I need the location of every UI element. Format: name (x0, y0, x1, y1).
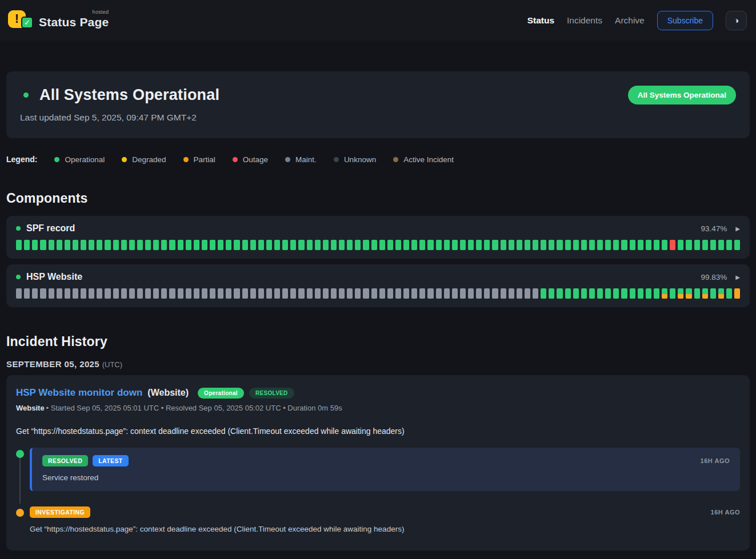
uptime-bar (218, 288, 223, 299)
uptime-bar (282, 240, 288, 250)
check-icon: ✓ (21, 17, 33, 29)
uptime-bar (452, 240, 458, 250)
uptime-bar (427, 288, 433, 299)
uptime-bar (573, 288, 579, 299)
legend-title: Legend: (6, 155, 37, 164)
component-status-dot (16, 275, 21, 279)
uptime-bar (444, 240, 450, 250)
uptime-bar (315, 240, 321, 250)
incident-update-latest: RESOLVED LATEST 16H AGO Service restored (16, 448, 740, 491)
uptime-bar (57, 240, 62, 250)
legend-label: Operational (65, 155, 105, 164)
uptime-bar (169, 288, 175, 299)
uptime-bar (646, 288, 651, 299)
uptime-bar (258, 240, 264, 250)
uptime-bar (49, 240, 54, 250)
uptime-bar (686, 288, 691, 299)
uptime-bars (16, 240, 740, 250)
uptime-bar (411, 288, 417, 299)
uptime-bar (339, 288, 345, 299)
uptime-bar (573, 240, 579, 250)
uptime-bar (565, 240, 571, 250)
uptime-bar (105, 288, 110, 299)
components-list: SPF record 93.47% ▶ HSP Website 99.83% ▶ (6, 216, 750, 307)
uptime-bar (726, 240, 732, 250)
uptime-bar (654, 288, 659, 299)
uptime-bar (178, 288, 183, 299)
update-text: Get “https://hostedstatus.page”: context… (30, 525, 740, 533)
nav-right: StatusIncidentsArchive Subscribe ◑ (527, 11, 747, 30)
uptime-bar (105, 240, 110, 250)
uptime-bar (597, 288, 603, 299)
uptime-bar (621, 288, 627, 299)
brand-text: hosted Status Page (39, 11, 109, 29)
uptime-bar (517, 240, 522, 250)
uptime-bar (331, 288, 337, 299)
subscribe-button[interactable]: Subscribe (657, 11, 713, 30)
incident-update: INVESTIGATING 16H AGO Get “https://hoste… (16, 506, 740, 533)
uptime-bar (605, 288, 611, 299)
overall-status-card: All Systems Operational All Systems Oper… (6, 71, 750, 138)
uptime-bar (202, 288, 207, 299)
uptime-bar (258, 288, 264, 299)
uptime-bar (226, 240, 231, 250)
legend-item: Outage (233, 155, 268, 164)
uptime-bar (581, 288, 587, 299)
uptime-bar (589, 240, 595, 250)
components-heading: Components (6, 191, 750, 206)
incident-date-suffix: (UTC) (102, 360, 122, 369)
uptime-bar (89, 240, 94, 250)
component-name: HSP Website (26, 272, 82, 282)
uptime-bar (129, 288, 135, 299)
uptime-bar (307, 240, 313, 250)
incident-affected-component: (Website) (147, 388, 189, 398)
uptime-bar (274, 288, 280, 299)
legend-status-dot (285, 157, 290, 162)
expand-chevron-icon[interactable]: ▶ (735, 274, 740, 280)
uptime-bar (427, 240, 433, 250)
uptime-bar (355, 288, 361, 299)
legend-label: Active Incident (403, 155, 454, 164)
uptime-bar (65, 240, 70, 250)
uptime-bar (460, 288, 466, 299)
latest-badge: LATEST (93, 455, 128, 466)
update-text: Service restored (42, 473, 730, 482)
uptime-bar (113, 288, 119, 299)
nav-link-status[interactable]: Status (527, 15, 554, 26)
uptime-bar (533, 240, 538, 250)
uptime-bar (331, 240, 337, 250)
uptime-bar (49, 288, 54, 299)
uptime-bar (734, 288, 740, 299)
legend-status-dot (233, 157, 238, 162)
uptime-bar (24, 288, 30, 299)
legend-status-dot (54, 157, 59, 162)
legend-item: Operational (54, 155, 105, 164)
uptime-bar (646, 240, 651, 250)
uptime-bar (484, 288, 490, 299)
uptime-bar (290, 240, 296, 250)
uptime-bar (565, 288, 571, 299)
uptime-bar (613, 288, 619, 299)
incident-title-link[interactable]: HSP Website monitor down (16, 387, 142, 399)
uptime-bar (387, 288, 393, 299)
component-uptime-percentage: 93.47% (701, 224, 727, 233)
brand[interactable]: ! ✓ hosted Status Page (7, 8, 109, 33)
uptime-bar (436, 240, 442, 250)
uptime-bar (347, 288, 353, 299)
uptime-bar (371, 288, 377, 299)
uptime-bar (32, 288, 38, 299)
uptime-bar (194, 240, 199, 250)
last-updated-text: Last updated Sep 5, 2025, 09:47 PM GMT+2 (20, 112, 736, 123)
expand-chevron-icon[interactable]: ▶ (735, 226, 740, 232)
nav-link-incidents[interactable]: Incidents (567, 15, 602, 26)
nav-link-archive[interactable]: Archive (615, 15, 645, 26)
uptime-bar (153, 240, 159, 250)
uptime-bar (557, 240, 562, 250)
uptime-bar (250, 288, 256, 299)
uptime-bar (113, 240, 119, 250)
incident-timeline: RESOLVED LATEST 16H AGO Service restored… (16, 448, 740, 533)
overall-status-dot (23, 93, 29, 98)
uptime-bar (186, 288, 191, 299)
uptime-bar (468, 240, 474, 250)
theme-toggle-button[interactable]: ◑ (726, 11, 747, 30)
